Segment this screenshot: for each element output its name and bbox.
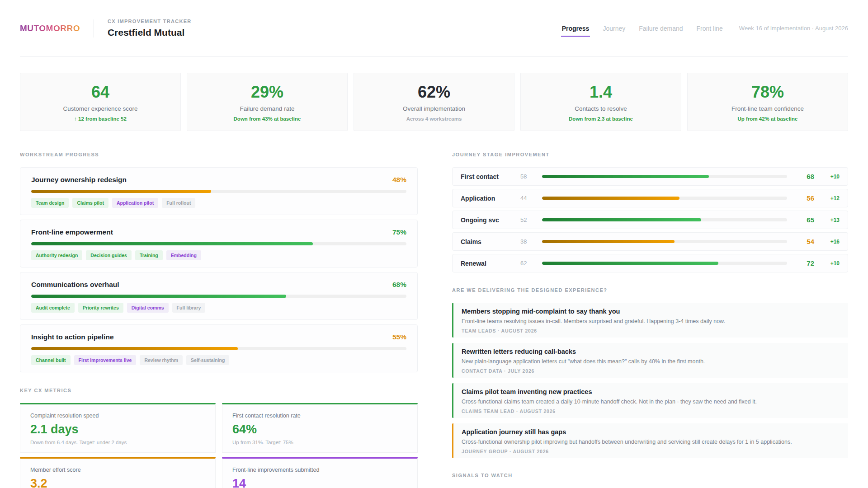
key-metric-label: First contact resolution rate (232, 413, 407, 419)
key-metric-label: Front-line improvements submitted (232, 467, 407, 473)
summary-card: 1.4Contacts to resolveDown from 2.3 at b… (520, 73, 681, 131)
summary-label: Customer experience score (25, 105, 176, 112)
key-metric-label: Complaint resolution speed (30, 413, 205, 419)
workstream-section-title: WORKSTREAM PROGRESS (20, 152, 418, 157)
workstream-name: Communications overhaul (31, 281, 119, 289)
journey-stage-name: Renewal (461, 260, 514, 267)
signals-section: SIGNALS TO WATCH ↑Member retention up 8%… (452, 473, 848, 488)
journey-stage-value: 72 (793, 259, 814, 267)
milestone-tag: Claims pilot (72, 198, 108, 208)
main-content: WORKSTREAM PROGRESS Journey ownership re… (20, 152, 848, 488)
journey-stage-name: Ongoing svc (461, 216, 514, 224)
journey-stage-baseline: 44 (520, 195, 536, 202)
key-metric-value: 2.1 days (30, 422, 205, 436)
journey-bar-fill (542, 218, 701, 221)
journey-bar-track (542, 175, 787, 178)
page-title: Crestfield Mutual (108, 27, 192, 38)
journey-bar-fill (542, 175, 709, 178)
journey-stage-row: Renewal6272+10 (452, 254, 848, 272)
key-metric-card: First contact resolution rate64%Up from … (222, 403, 418, 453)
workstream-card: Front-line empowerment75%Authority redes… (20, 220, 418, 267)
header-divider (94, 19, 94, 38)
key-metric-card: Front-line improvements submitted14Via n… (222, 457, 418, 488)
summary-note: Across 4 workstreams (359, 116, 509, 122)
experience-body: Cross-functional claims team created a d… (462, 398, 840, 405)
journey-stage-baseline: 62 (520, 260, 536, 267)
experience-card: Rewritten letters reducing call-backsNew… (452, 343, 848, 378)
workstream-percent: 68% (392, 281, 406, 289)
experience-section: ARE WE DELIVERING THE DESIGNED EXPERIENC… (452, 287, 848, 458)
journey-stage-list: First contact5868+10Application4456+12On… (452, 167, 848, 272)
key-metrics-section: KEY CX METRICS Complaint resolution spee… (20, 388, 418, 488)
key-metric-card: Complaint resolution speed2.1 daysDown f… (20, 403, 216, 453)
journey-stage-delta: +10 (821, 174, 840, 180)
experience-section-title: ARE WE DELIVERING THE DESIGNED EXPERIENC… (452, 287, 848, 293)
summary-note: ↑ 12 from baseline 52 (25, 116, 176, 122)
journey-stage-baseline: 52 (520, 216, 536, 223)
journey-bar-fill (542, 262, 718, 265)
workstream-percent: 48% (392, 176, 406, 184)
brand-logo: MUTOMORRO (20, 23, 80, 33)
summary-metric-row: 64Customer experience score↑ 12 from bas… (20, 73, 848, 131)
journey-bar-fill (542, 197, 679, 200)
journey-stage-name: Application (461, 195, 514, 202)
key-metric-value: 3.2 (30, 477, 205, 488)
experience-card: Members stopping mid-complaint to say th… (452, 303, 848, 338)
journey-stage-row: First contact5868+10 (452, 167, 848, 186)
milestone-tag: Full library (172, 303, 206, 313)
experience-body: Cross-functional ownership pilot improvi… (462, 438, 840, 446)
tab-failure-demand[interactable]: Failure demand (639, 25, 683, 32)
journey-stage-value: 56 (793, 194, 814, 202)
summary-label: Contacts to resolve (525, 105, 676, 112)
summary-label: Overall implementation (359, 105, 509, 112)
journey-stage-row: Claims3854+16 (452, 232, 848, 251)
milestone-tag: Training (135, 250, 163, 260)
key-metric-value: 64% (232, 422, 407, 436)
milestone-tag: Application pilot (112, 198, 158, 208)
workstream-name: Journey ownership redesign (31, 176, 127, 184)
milestone-tag: Self-sustaining (186, 355, 229, 365)
journey-stage-baseline: 38 (520, 238, 536, 245)
key-metric-value: 14 (232, 477, 407, 488)
journey-bar-track (542, 240, 787, 243)
milestone-tag-row: Team designClaims pilotApplication pilot… (31, 198, 406, 208)
tab-progress[interactable]: Progress (562, 25, 590, 32)
workstream-card: Journey ownership redesign48%Team design… (20, 167, 418, 215)
milestone-tag: Decision guides (86, 250, 132, 260)
dashboard-page: MUTOMORRO CX IMPROVEMENT TRACKER Crestfi… (20, 0, 848, 488)
experience-title: Application journey still has gaps (462, 428, 840, 436)
header-nav: ProgressJourneyFailure demandFront line … (562, 25, 848, 32)
experience-title: Members stopping mid-complaint to say th… (462, 308, 840, 315)
summary-value: 78% (692, 84, 843, 101)
workstream-list: Journey ownership redesign48%Team design… (20, 167, 418, 372)
experience-body: New plain-language application letters c… (462, 358, 840, 365)
journey-stage-delta: +12 (821, 195, 840, 202)
experience-card: Claims pilot team inventing new practice… (452, 383, 848, 418)
milestone-tag: Digital comms (127, 303, 169, 313)
journey-stage-delta: +16 (821, 239, 840, 245)
journey-stage-name: First contact (461, 173, 514, 180)
progress-bar-track (31, 190, 406, 193)
summary-card: 64Customer experience score↑ 12 from bas… (20, 73, 181, 131)
tracker-label: CX IMPROVEMENT TRACKER (108, 19, 192, 24)
experience-card: Application journey still has gapsCross-… (452, 423, 848, 458)
app-header: MUTOMORRO CX IMPROVEMENT TRACKER Crestfi… (20, 0, 848, 57)
workstream-name: Insight to action pipeline (31, 333, 114, 341)
experience-title: Rewritten letters reducing call-backs (462, 348, 840, 355)
milestone-tag: First improvements live (74, 355, 137, 365)
key-metrics-grid: Complaint resolution speed2.1 daysDown f… (20, 403, 418, 488)
progress-bar-track (31, 242, 406, 245)
progress-bar-fill (31, 242, 313, 245)
key-metric-note: Up from 31%. Target: 75% (232, 440, 407, 445)
experience-title: Claims pilot team inventing new practice… (462, 388, 840, 395)
workstream-percent: 75% (392, 228, 406, 236)
tab-front-line[interactable]: Front line (697, 25, 723, 32)
milestone-tag: Channel built (31, 355, 71, 365)
summary-value: 29% (192, 84, 343, 101)
key-metric-card: Member effort score3.2Down from 4.1 (low… (20, 457, 216, 488)
milestone-tag: Team design (31, 198, 69, 208)
journey-stage-value: 54 (793, 238, 814, 245)
tab-journey[interactable]: Journey (603, 25, 625, 32)
key-metric-label: Member effort score (30, 467, 205, 473)
summary-card: 78%Front-line team confidenceUp from 42%… (687, 73, 848, 131)
